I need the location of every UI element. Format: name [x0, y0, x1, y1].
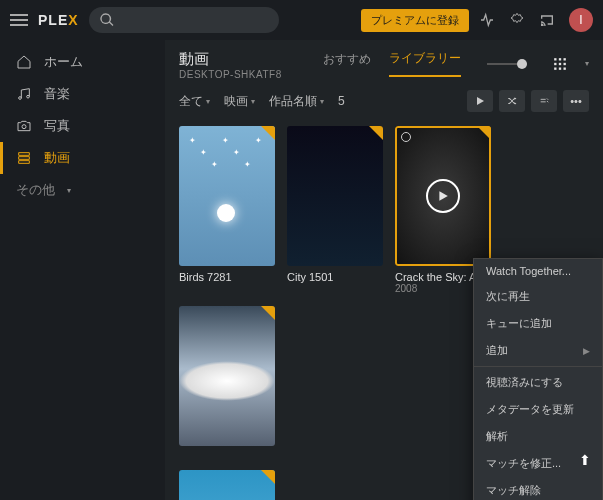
poster[interactable]: [395, 126, 491, 266]
svg-rect-4: [559, 62, 561, 64]
avatar[interactable]: I: [569, 8, 593, 32]
sidebar-item-other[interactable]: その他▾: [0, 174, 165, 206]
sidebar-item-label: 動画: [44, 149, 70, 167]
media-card: ✦✦✦✦✦✦✦Birds 7281: [179, 126, 275, 294]
sidebar-item-music[interactable]: 音楽: [0, 78, 165, 110]
context-menu-item[interactable]: 追加▶: [474, 337, 602, 364]
context-menu-item[interactable]: メタデータを更新: [474, 396, 602, 423]
server-name: DESKTOP-SHKATF8: [179, 69, 282, 80]
menu-item-label: 解析: [486, 429, 508, 444]
video-icon: [16, 150, 32, 166]
premium-button[interactable]: プレミアムに登録: [361, 9, 469, 32]
media-title[interactable]: Birds 7281: [179, 271, 275, 283]
camera-icon: [16, 118, 32, 134]
media-card: [179, 306, 275, 446]
context-menu-item[interactable]: 解析: [474, 423, 602, 450]
search-input[interactable]: [89, 7, 279, 33]
play-icon: [426, 179, 460, 213]
unwatched-badge: [261, 470, 275, 484]
poster[interactable]: [179, 470, 275, 500]
logo[interactable]: PLEX: [38, 12, 79, 28]
menu-item-label: 視聴済みにする: [486, 375, 563, 390]
context-menu-item[interactable]: 次に再生: [474, 283, 602, 310]
menu-item-label: マッチ解除: [486, 483, 541, 498]
filter-all[interactable]: 全て▾: [179, 93, 210, 110]
media-card: Sunset 10467: [179, 470, 275, 500]
item-count: 5: [338, 94, 345, 108]
main-content: 動画 DESKTOP-SHKATF8 おすすめ ライブラリー ▾ 全て▾ 映画▾…: [165, 40, 603, 500]
filter-kind[interactable]: 映画▾: [224, 93, 255, 110]
sidebar-item-photos[interactable]: 写真: [0, 110, 165, 142]
play-overlay[interactable]: [395, 126, 491, 266]
menu-item-label: キューに追加: [486, 316, 552, 331]
settings-icon[interactable]: [509, 12, 525, 28]
context-menu-item[interactable]: 視聴済みにする: [474, 369, 602, 396]
context-menu-item[interactable]: マッチ解除: [474, 477, 602, 500]
menu-item-label: Watch Together...: [486, 265, 571, 277]
grid-icon[interactable]: [553, 57, 567, 71]
poster[interactable]: [287, 126, 383, 266]
search-icon: [99, 12, 115, 28]
sidebar-item-label: 写真: [44, 117, 70, 135]
menu-item-label: マッチを修正...: [486, 456, 561, 471]
poster[interactable]: [179, 306, 275, 446]
svg-rect-3: [554, 62, 556, 64]
sidebar-item-label: ホーム: [44, 53, 83, 71]
home-icon: [16, 54, 32, 70]
poster[interactable]: ✦✦✦✦✦✦✦: [179, 126, 275, 266]
media-title[interactable]: City 1501: [287, 271, 383, 283]
chevron-down-icon: ▾: [67, 186, 71, 195]
more-button[interactable]: •••: [563, 90, 589, 112]
activity-icon[interactable]: [479, 12, 495, 28]
unwatched-badge: [261, 126, 275, 140]
sidebar-item-label: 音楽: [44, 85, 70, 103]
music-icon: [16, 86, 32, 102]
progress-ring: [401, 132, 411, 142]
context-menu-item[interactable]: Watch Together...: [474, 259, 602, 283]
menu-separator: [474, 366, 602, 367]
svg-rect-0: [554, 58, 556, 60]
menu-icon[interactable]: [10, 11, 28, 29]
sidebar-item-home[interactable]: ホーム: [0, 46, 165, 78]
edit-button[interactable]: [531, 90, 557, 112]
chevron-down-icon[interactable]: ▾: [585, 59, 589, 68]
tab-library[interactable]: ライブラリー: [389, 50, 461, 77]
context-menu-item[interactable]: キューに追加: [474, 310, 602, 337]
svg-rect-2: [564, 58, 566, 60]
media-card: City 1501: [287, 126, 383, 294]
filter-sort[interactable]: 作品名順▾: [269, 93, 324, 110]
sidebar: ホーム 音楽 写真 動画 その他▾: [0, 40, 165, 500]
size-slider[interactable]: [487, 63, 527, 65]
cast-icon[interactable]: [539, 12, 555, 28]
sidebar-item-videos[interactable]: 動画: [0, 142, 165, 174]
cursor-icon: ⬆: [579, 452, 591, 468]
unwatched-badge: [261, 306, 275, 320]
unwatched-badge: [369, 126, 383, 140]
play-button[interactable]: [467, 90, 493, 112]
sidebar-item-label: その他: [16, 181, 55, 199]
tab-recommended[interactable]: おすすめ: [323, 51, 371, 76]
shuffle-button[interactable]: [499, 90, 525, 112]
chevron-right-icon: ▶: [583, 346, 590, 356]
menu-item-label: 次に再生: [486, 289, 530, 304]
svg-rect-1: [559, 58, 561, 60]
svg-rect-8: [564, 67, 566, 69]
page-title: 動画: [179, 50, 282, 69]
topbar: PLEX プレミアムに登録 I: [0, 0, 603, 40]
svg-rect-5: [564, 62, 566, 64]
menu-item-label: メタデータを更新: [486, 402, 574, 417]
menu-item-label: 追加: [486, 343, 508, 358]
svg-rect-6: [554, 67, 556, 69]
svg-rect-7: [559, 67, 561, 69]
